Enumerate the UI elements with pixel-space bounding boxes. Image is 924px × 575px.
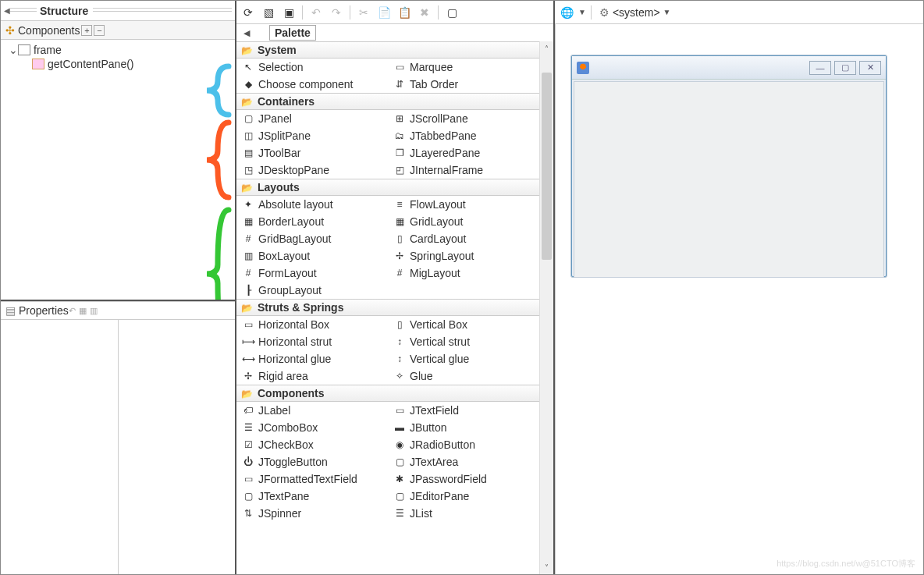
collapse-all-button[interactable]: − <box>94 25 105 36</box>
prop-tool-icon[interactable]: ▦ <box>79 306 87 316</box>
palette-category-header[interactable]: Layouts <box>236 179 539 196</box>
palette-item[interactable]: ▭JTextField <box>388 402 539 419</box>
palette-item-icon: ▢ <box>241 112 255 125</box>
cut-button[interactable]: ✂ <box>355 4 372 21</box>
palette-item[interactable]: ↕Vertical glue <box>388 350 539 367</box>
palette-item[interactable]: ⟷Horizontal glue <box>236 350 388 367</box>
dropdown-caret-icon[interactable]: ▼ <box>578 8 586 16</box>
palette-item[interactable]: ▬JButton <box>388 419 539 436</box>
palette-item[interactable]: ⊞JScrollPane <box>388 110 539 127</box>
scroll-down-icon[interactable]: ˅ <box>540 560 553 574</box>
redo-button[interactable]: ↷ <box>328 4 345 21</box>
scroll-thumb[interactable] <box>542 73 552 260</box>
tree-node-frame[interactable]: ⌄ frame <box>2 43 233 57</box>
design-button[interactable]: ▧ <box>260 4 277 21</box>
palette-item[interactable]: #FormLayout <box>236 264 388 282</box>
palette-item[interactable]: ◉JRadioButton <box>388 436 539 453</box>
palette-item[interactable]: ▢JEditorPane <box>388 488 539 505</box>
palette-tab[interactable]: Palette <box>269 25 316 41</box>
tree-node-contentpane[interactable]: getContentPane() <box>2 57 233 71</box>
prop-tool-icon[interactable]: ↶ <box>69 306 76 316</box>
design-canvas[interactable]: — ▢ ✕ <box>555 24 923 574</box>
browser-button[interactable]: 🌐 <box>558 4 575 21</box>
palette-item[interactable]: 🏷JLabel <box>236 402 388 419</box>
delete-button[interactable]: ✖ <box>416 4 433 21</box>
palette-item-label: Vertical Box <box>410 318 467 331</box>
palette-item[interactable]: ✧Glue <box>388 367 539 385</box>
palette-category-header[interactable]: Containers <box>236 93 539 110</box>
palette-item[interactable]: ☑JCheckBox <box>236 436 388 453</box>
structure-title: Structure <box>37 5 88 17</box>
palette-item[interactable]: ↕Vertical strut <box>388 333 539 350</box>
palette-item[interactable]: ▭Marquee <box>388 59 539 76</box>
palette-item[interactable]: ▯CardLayout <box>388 230 539 247</box>
jframe-titlebar: — ▢ ✕ <box>572 56 886 80</box>
palette-item[interactable]: ☰JList <box>388 505 539 522</box>
palette-item[interactable]: ▭JFormattedTextField <box>236 470 388 488</box>
palette-item-label: JToggleButton <box>258 456 328 468</box>
prop-tool-icon[interactable]: ▥ <box>90 306 98 316</box>
collapse-left-icon[interactable]: ◀ <box>4 6 10 15</box>
palette-category-header[interactable]: Components <box>236 385 539 402</box>
system-look-dropdown[interactable]: ⚙ <system> ▼ <box>596 6 674 19</box>
expand-all-button[interactable]: + <box>81 25 92 36</box>
palette-category-header[interactable]: Struts & Springs <box>236 299 539 316</box>
refresh-button[interactable]: ⟳ <box>240 4 257 21</box>
palette-item[interactable]: ✢SpringLayout <box>388 247 539 264</box>
folder-icon <box>241 387 253 399</box>
palette-item[interactable]: ⇅JSpinner <box>236 505 388 522</box>
palette-item[interactable]: ┠GroupLayout <box>236 282 388 299</box>
palette-item[interactable]: ◰JInternalFrame <box>388 161 539 179</box>
preview-jframe[interactable]: — ▢ ✕ <box>571 55 887 277</box>
copy-button[interactable]: 📄 <box>375 4 393 21</box>
palette-item[interactable]: ↖Selection <box>236 59 388 76</box>
palette-item[interactable]: ▥BoxLayout <box>236 247 388 264</box>
palette-item[interactable]: ◳JDesktopPane <box>236 161 388 179</box>
scroll-up-icon[interactable]: ˄ <box>540 41 553 55</box>
palette-item-icon: # <box>241 232 255 245</box>
palette-item[interactable]: ☰JComboBox <box>236 419 388 436</box>
component-tree[interactable]: ⌄ frame getContentPane() <box>1 40 235 74</box>
window-close-button[interactable]: ✕ <box>859 61 881 75</box>
palette-item[interactable]: ⇵Tab Order <box>388 76 539 93</box>
palette-item[interactable]: ◫JSplitPane <box>236 127 388 144</box>
palette-item[interactable]: ✦Absolute layout <box>236 196 388 213</box>
palette-item-label: FlowLayout <box>410 198 466 211</box>
palette-item[interactable]: #MigLayout <box>388 264 539 282</box>
undo-button[interactable]: ↶ <box>307 4 325 21</box>
palette-item[interactable]: ▦GridLayout <box>388 213 539 230</box>
palette-item[interactable]: ▤JToolBar <box>236 144 388 161</box>
palette-item[interactable]: ▭Horizontal Box <box>236 316 388 333</box>
window-minimize-button[interactable]: — <box>809 61 831 75</box>
scrollbar-vertical[interactable]: ˄ ˅ <box>539 41 553 574</box>
palette-item[interactable]: ▦BorderLayout <box>236 213 388 230</box>
palette-item-label: FormLayout <box>258 267 317 279</box>
palette-item-label: JList <box>410 507 432 520</box>
palette-item-label: Vertical strut <box>410 335 470 348</box>
palette-item[interactable]: ❐JLayeredPane <box>388 144 539 161</box>
palette-item[interactable]: ▯Vertical Box <box>388 316 539 333</box>
palette-item[interactable]: ✱JPasswordField <box>388 470 539 488</box>
palette-category-header[interactable]: System <box>236 41 539 59</box>
palette-item[interactable]: ▢JPanel <box>236 110 388 127</box>
palette-item[interactable]: ▢JTextArea <box>388 453 539 470</box>
palette-scroll[interactable]: System↖Selection▭Marquee◆Choose componen… <box>236 41 539 574</box>
layout-button[interactable]: ▢ <box>443 4 460 21</box>
palette-item-label: Vertical glue <box>410 353 469 365</box>
paste-button[interactable]: 📋 <box>396 4 413 21</box>
jframe-content[interactable] <box>574 81 884 278</box>
palette-item[interactable]: ≡FlowLayout <box>388 196 539 213</box>
palette-item[interactable]: ✢Rigid area <box>236 367 388 385</box>
palette-category-label: Containers <box>258 95 315 108</box>
caret-icon[interactable]: ⌄ <box>9 44 18 56</box>
palette-item[interactable]: #GridBagLayout <box>236 230 388 247</box>
palette-item[interactable]: ◆Choose component <box>236 76 388 93</box>
palette-item[interactable]: 🗂JTabbedPane <box>388 127 539 144</box>
palette-item[interactable]: ⟼Horizontal strut <box>236 333 388 350</box>
palette-item[interactable]: ▢JTextPane <box>236 488 388 505</box>
palette-item-label: Marquee <box>410 61 453 73</box>
preview-button[interactable]: ▣ <box>280 4 297 21</box>
window-maximize-button[interactable]: ▢ <box>834 61 856 75</box>
palette-item[interactable]: ⏻JToggleButton <box>236 453 388 470</box>
tab-scroll-left[interactable]: ◀ <box>240 28 254 38</box>
